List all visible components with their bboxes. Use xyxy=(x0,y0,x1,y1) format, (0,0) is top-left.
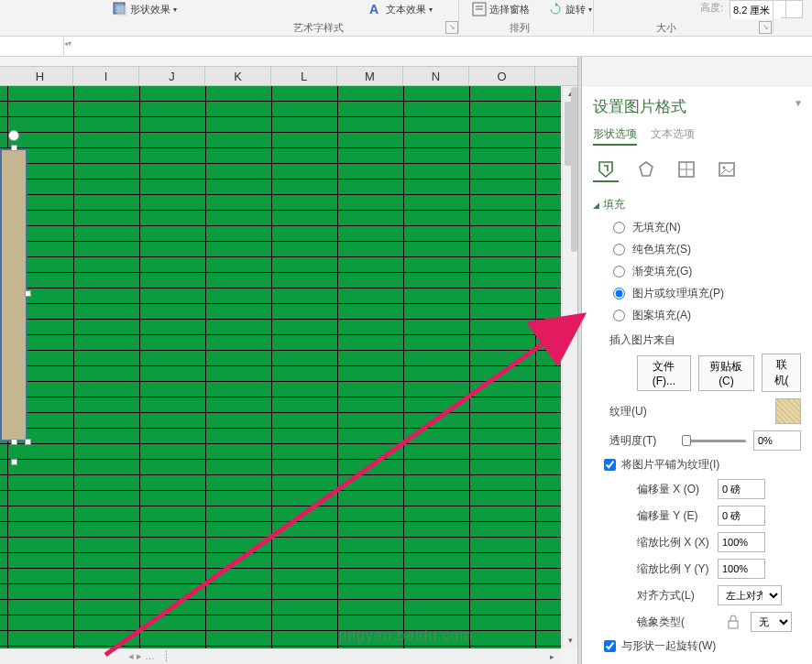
svg-rect-1 xyxy=(116,5,127,16)
transparency-spin[interactable] xyxy=(753,430,801,451)
rotate-with-shape-checkbox[interactable]: 与形状一起旋转(W) xyxy=(604,638,801,654)
clipboard-button[interactable]: 剪贴板(C) xyxy=(698,355,754,391)
scale-y-input[interactable] xyxy=(719,560,764,578)
hscroll-track[interactable] xyxy=(183,651,544,662)
col-header-H[interactable]: H xyxy=(7,67,73,86)
rotate-button[interactable]: 旋转 ▾ xyxy=(548,2,592,16)
radio-pattern-fill[interactable]: 图案填充(A) xyxy=(613,308,801,323)
texture-label: 纹理(U) xyxy=(609,404,683,419)
tab-shape-options[interactable]: 形状选项 xyxy=(593,126,637,146)
svg-marker-7 xyxy=(640,162,653,176)
scale-x-row: 缩放比例 X (X) xyxy=(609,532,801,552)
panel-scroll-thumb[interactable] xyxy=(571,87,577,252)
offset-y-input[interactable] xyxy=(719,506,764,525)
insert-buttons-row: 文件(F)... 剪贴板(C) 联机( xyxy=(609,354,801,392)
transparency-slider[interactable] xyxy=(682,432,747,449)
insert-from-label: 插入图片来自 xyxy=(609,332,801,348)
height-spinner-arrows[interactable] xyxy=(785,1,802,17)
scale-y-spin[interactable] xyxy=(718,559,765,579)
tab-text-options[interactable]: 文本选项 xyxy=(651,126,695,146)
svg-rect-13 xyxy=(729,621,738,628)
mirror-select[interactable]: 无 xyxy=(751,612,792,632)
col-header-M[interactable]: M xyxy=(337,67,403,86)
cell-grid[interactable] xyxy=(0,86,561,648)
column-headers: H I J K L M N O xyxy=(0,66,577,86)
sheet-tab-nav[interactable]: ◂▸…┊ xyxy=(128,650,170,662)
mirror-row: 镜象类型( 无 xyxy=(609,612,801,632)
radio-picture-fill[interactable]: 图片或纹理填充(P) xyxy=(613,286,801,301)
file-button[interactable]: 文件(F)... xyxy=(637,355,691,391)
scroll-right-arrow[interactable]: ▸ xyxy=(544,649,560,664)
shape-effects-button[interactable]: 形状效果 ▾ xyxy=(113,2,177,16)
scale-x-spin[interactable] xyxy=(718,532,765,552)
radio-no-fill[interactable]: 无填充(N) xyxy=(613,220,801,235)
col-header-I[interactable]: I xyxy=(73,67,139,86)
group-wordart-label: 艺术字样式 xyxy=(293,21,344,35)
align-row: 对齐方式(L) 左上对齐 xyxy=(609,585,801,605)
col-header-N[interactable]: N xyxy=(403,67,469,86)
resize-handle-se[interactable] xyxy=(25,439,31,445)
online-button[interactable]: 联机( xyxy=(762,354,801,392)
formula-bar: ◂▾ xyxy=(0,37,812,57)
transparency-input[interactable] xyxy=(754,431,800,450)
height-spin[interactable] xyxy=(730,0,803,18)
svg-text:A: A xyxy=(369,2,379,16)
category-icons xyxy=(593,157,801,182)
offset-y-spin[interactable] xyxy=(718,506,765,526)
ribbon-separator xyxy=(773,0,774,33)
offset-y-label: 偏移量 Y (E) xyxy=(637,508,710,524)
horizontal-scrollbar[interactable]: ◂▸…┊ ▸ xyxy=(0,648,560,664)
resize-handle-e[interactable] xyxy=(25,290,31,297)
effects-icon[interactable] xyxy=(633,157,659,182)
selected-shape[interactable] xyxy=(0,148,27,441)
rotation-handle[interactable] xyxy=(8,130,19,141)
shape-effects-icon xyxy=(113,2,127,16)
ribbon-separator xyxy=(593,0,594,33)
col-header-L[interactable]: L xyxy=(271,67,337,86)
pane-title: 设置图片格式 xyxy=(593,96,801,117)
fill-section-header[interactable]: ◢ 填充 xyxy=(593,197,801,212)
scale-x-label: 缩放比例 X (X) xyxy=(637,535,710,550)
lock-icon[interactable] xyxy=(723,613,743,631)
scale-y-row: 缩放比例 Y (Y) xyxy=(609,559,801,579)
radio-gradient-fill[interactable]: 渐变填充(G) xyxy=(613,264,801,279)
text-effects-button[interactable]: A 文本效果 ▾ xyxy=(368,2,433,16)
resize-handle-s2[interactable] xyxy=(11,459,17,465)
size-dialog-launcher[interactable]: ↘ xyxy=(759,21,772,34)
panel-scrollbar[interactable] xyxy=(571,87,577,646)
picture-icon[interactable] xyxy=(714,157,740,182)
text-effects-icon: A xyxy=(368,2,383,16)
ribbon: 形状效果 ▾ A 文本效果 ▾ 选择窗格 旋转 ▾ 高度: 艺术字样式 ↘ 排列… xyxy=(0,0,812,37)
wordart-dialog-launcher[interactable]: ↘ xyxy=(445,21,458,34)
offset-x-spin[interactable] xyxy=(718,479,765,499)
size-properties-icon[interactable] xyxy=(674,157,699,182)
texture-picker[interactable] xyxy=(775,398,801,424)
pane-tabs: 形状选项 文本选项 xyxy=(593,126,801,146)
col-header-K[interactable]: K xyxy=(205,67,271,86)
scale-x-input[interactable] xyxy=(719,533,764,551)
pane-dropdown[interactable]: ▼ xyxy=(794,98,803,108)
offset-x-input[interactable] xyxy=(719,480,764,498)
offset-x-row: 偏移量 X (O) xyxy=(609,479,801,499)
name-box[interactable] xyxy=(0,37,64,56)
scale-y-label: 缩放比例 Y (Y) xyxy=(637,561,710,577)
svg-point-12 xyxy=(723,167,726,169)
tile-checkbox[interactable]: 将图片平铺为纹理(I) xyxy=(604,457,801,473)
worksheet-area: H I J K L M N O ▴ ▾ xyxy=(0,57,577,648)
group-arrange-label: 排列 xyxy=(510,21,530,35)
col-header-O[interactable]: O xyxy=(469,67,535,86)
selection-pane-button[interactable]: 选择窗格 xyxy=(472,2,530,16)
mirror-label: 镜象类型( xyxy=(637,615,710,630)
offset-x-label: 偏移量 X (O) xyxy=(637,482,710,497)
height-label: 高度: xyxy=(700,1,723,15)
radio-solid-fill[interactable]: 纯色填充(S) xyxy=(613,242,801,257)
align-label: 对齐方式(L) xyxy=(637,588,710,604)
align-select[interactable]: 左上对齐 xyxy=(718,585,782,605)
resize-handle-s[interactable] xyxy=(11,439,17,445)
fill-line-icon[interactable] xyxy=(593,157,619,182)
resize-handle-n[interactable] xyxy=(11,145,17,151)
name-box-dropdown[interactable]: ◂▾ xyxy=(64,39,71,48)
col-header-J[interactable]: J xyxy=(139,67,205,86)
svg-marker-6 xyxy=(555,3,558,6)
group-size-label: 大小 xyxy=(656,21,676,35)
